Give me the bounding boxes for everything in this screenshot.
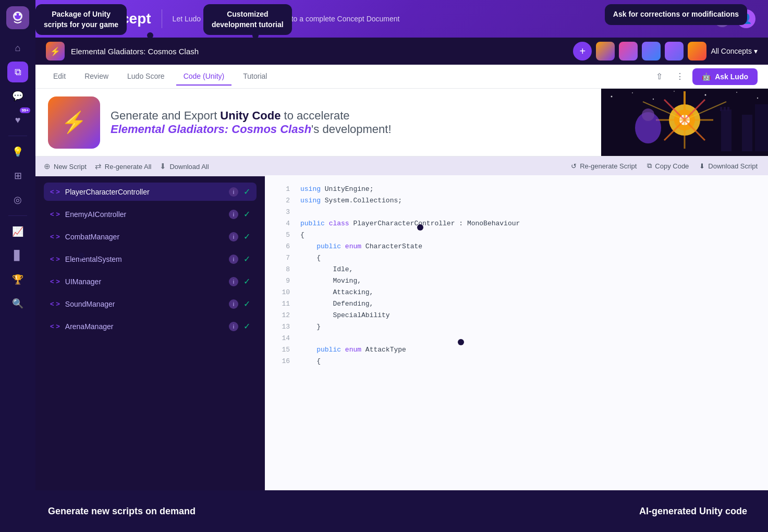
tab-edit[interactable]: Edit [46,68,73,86]
concept-icon-4[interactable] [665,42,684,61]
code-panel: ↺ Re-generate Script ⧉ Copy Code ⬇ Downl… [265,156,768,532]
script-info-icon[interactable]: i [229,322,238,331]
script-name: PlayerCharacterController [65,188,224,196]
new-script-button[interactable]: ⊕ New Script [44,162,87,171]
tab-ludo-score[interactable]: Ludo Score [120,68,172,86]
heart-badge: 99+ [20,107,30,113]
sidebar-item-chat[interactable]: 💬 [7,86,28,106]
download-all-button[interactable]: ⬇ Download All [160,162,209,171]
tab-code-unity[interactable]: Code (Unity) [176,68,232,86]
svg-point-5 [611,96,613,98]
hero-text-bold: Unity Code [220,109,281,122]
code-line: 1 using UnityEngine; [265,184,768,195]
copy-icon: ⧉ [647,162,652,170]
code-line: 14 [265,333,768,344]
code-line: 12 SpecialAbility [265,310,768,321]
script-info-icon[interactable]: i [229,255,238,264]
concept-icon-2[interactable] [619,42,638,61]
code-line: 10 Attacking, [265,287,768,298]
code-icon: < > [50,188,60,196]
code-line: 5 { [265,229,768,241]
sidebar-item-grid[interactable]: ⊞ [7,165,28,186]
annotation-right: AI-generated Unity code [265,490,768,532]
callout-top-left: Package of Unity scripts for your game [35,4,127,35]
concept-icon-1[interactable] [596,42,615,61]
add-concept-button[interactable]: + [573,42,592,61]
code-content: 1 using UnityEngine; 2 using System.Coll… [265,175,768,532]
script-name: ElementalSystem [65,255,224,263]
tab-tutorial[interactable]: Tutorial [236,68,274,86]
svg-rect-17 [727,107,729,111]
svg-rect-12 [721,110,732,151]
concept-icon-3[interactable] [642,42,661,61]
annotation-right-text: AI-generated Unity code [639,506,747,517]
code-line: 6 public enum CharacterState [265,241,768,252]
script-info-icon[interactable]: i [229,187,238,197]
script-item-enemy-ai[interactable]: < > EnemyAIController i ✓ [44,205,257,223]
sidebar-item-heart[interactable]: ♥ 99+ [7,110,28,130]
svg-point-32 [642,108,654,121]
code-icon: < > [50,210,60,218]
script-info-icon[interactable]: i [229,299,238,309]
tab-review[interactable]: Review [77,68,116,86]
sidebar-item-bulb[interactable]: 💡 [7,141,28,162]
svg-point-6 [632,92,633,93]
sidebar-item-trending[interactable]: 📈 [7,221,28,242]
annotation-left-text: Generate new scripts on demand [48,506,196,517]
svg-rect-16 [724,107,726,111]
script-info-icon[interactable]: i [229,277,238,286]
script-item-ui-manager[interactable]: < > UIManager i ✓ [44,272,257,291]
svg-point-2 [15,14,17,16]
code-line: 3 [265,207,768,218]
script-item-player-character[interactable]: < > PlayerCharacterController i ✓ [44,183,257,201]
sidebar-item-bar[interactable]: ▊ [7,245,28,266]
script-name: EnemyAIController [65,210,224,219]
sidebar-divider-1 [8,136,27,136]
script-info-icon[interactable]: i [229,232,238,241]
sidebar-item-home[interactable]: ⌂ [7,38,28,58]
concept-icon-5[interactable] [688,42,706,61]
callout-top-middle: Customized development tutorial [203,4,292,35]
code-icon: < > [50,277,60,285]
script-name: CombatManager [65,233,224,241]
code-line: 9 Moving, [265,275,768,287]
callout-dot-bottom-left [78,252,84,259]
regenerate-all-icon: ⇄ [95,162,102,171]
script-item-sound-manager[interactable]: < > SoundManager i ✓ [44,295,257,313]
sidebar-item-target[interactable]: ◎ [7,189,28,210]
script-item-combat-manager[interactable]: < > CombatManager i ✓ [44,227,257,246]
download-script-button[interactable]: ⬇ Download Script [699,162,758,170]
script-item-arena-manager[interactable]: < > ArenaManager i ✓ [44,317,257,335]
script-name: ArenaManager [65,322,224,331]
svg-point-10 [736,92,737,93]
svg-rect-15 [720,107,722,111]
download-all-icon: ⬇ [160,162,166,171]
code-icon: < > [50,255,60,263]
code-line: 15 public enum AttackType [265,344,768,356]
copy-code-button[interactable]: ⧉ Copy Code [647,162,689,170]
sidebar-logo[interactable] [6,6,29,29]
code-line: 13 } [265,321,768,333]
sidebar-item-trophy[interactable]: 🏆 [7,269,28,290]
sidebar-item-copy[interactable]: ⧉ [7,62,28,82]
scripts-panel: ⊕ New Script ⇄ Re-generate All ⬇ Downloa… [35,156,265,532]
game-title: Elemental Gladiators: Cosmos Clash [71,47,567,56]
script-check-icon: ✓ [243,299,250,309]
ask-ludo-button[interactable]: 🤖 Ask Ludo [692,68,758,85]
script-info-icon[interactable]: i [229,210,238,219]
annotation-left: Generate new scripts on demand [35,490,265,532]
more-options-button[interactable]: ⋮ [672,68,688,85]
regenerate-all-button[interactable]: ⇄ Re-generate All [95,162,152,171]
all-concepts-button[interactable]: All Concepts ▾ [711,47,758,55]
sidebar: ⌂ ⧉ 💬 ♥ 99+ 💡 ⊞ ◎ 📈 ▊ 🏆 🔍 [0,0,35,532]
tabs-bar: Edit Review Ludo Score Code (Unity) Tuto… [35,65,768,89]
hero-text-suffix: 's development! [311,123,391,136]
hero-text-plain: Generate and Export [111,109,220,122]
script-item-elemental-system[interactable]: < > ElementalSystem i ✓ [44,250,257,268]
svg-point-11 [757,98,758,99]
regenerate-script-button[interactable]: ↺ Re-generate Script [571,162,637,170]
script-check-icon: ✓ [243,276,250,286]
plus-circle-icon: ⊕ [44,162,51,171]
sidebar-item-search[interactable]: 🔍 [7,293,28,314]
share-button[interactable]: ⇧ [651,68,667,85]
